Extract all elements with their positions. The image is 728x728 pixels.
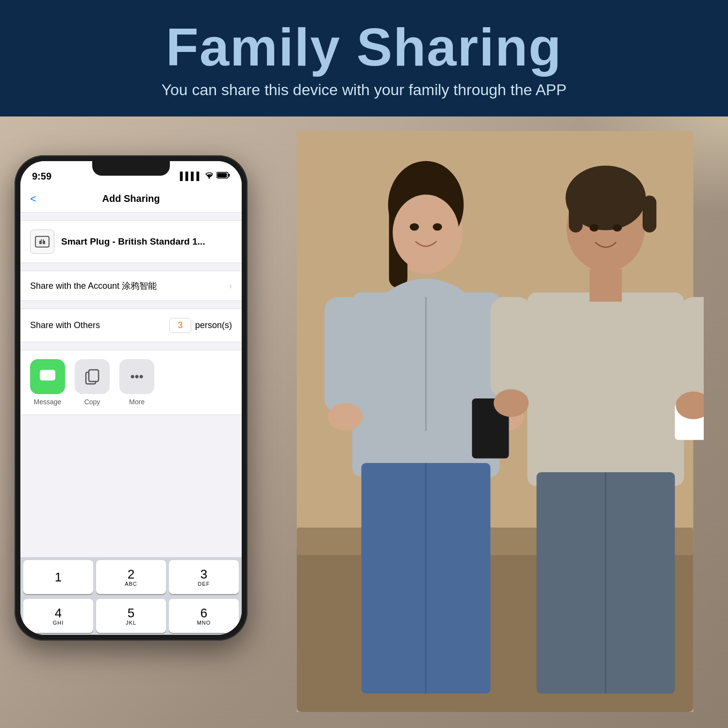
key-5-number: 5 xyxy=(128,606,134,620)
key-3[interactable]: 3 DEF xyxy=(169,560,239,594)
share-buttons-row: Message Copy xyxy=(20,350,242,415)
svg-rect-36 xyxy=(217,173,227,178)
header-subtitle: You can share this device with your fami… xyxy=(162,81,567,99)
svg-rect-23 xyxy=(491,297,532,398)
more-share-button[interactable]: More xyxy=(119,359,154,406)
svg-rect-41 xyxy=(41,239,42,241)
svg-rect-17 xyxy=(528,293,684,486)
phone-outer: 9:59 ▌▌▌▌ < xyxy=(15,155,248,641)
key-6-letters: MNO xyxy=(197,620,211,626)
message-icon xyxy=(30,359,65,394)
svg-rect-21 xyxy=(643,196,657,232)
key-1[interactable]: 1 xyxy=(23,560,93,594)
spacer xyxy=(20,415,242,434)
key-3-letters: DEF xyxy=(198,581,210,587)
copy-button-label: Copy xyxy=(84,398,100,406)
key-2[interactable]: 2 ABC xyxy=(96,560,166,594)
svg-point-26 xyxy=(494,389,529,417)
nav-bar: < Add Sharing xyxy=(20,185,242,213)
phone-notch xyxy=(92,161,170,176)
chevron-right-icon: › xyxy=(229,281,232,291)
svg-point-12 xyxy=(328,403,363,431)
key-3-number: 3 xyxy=(200,567,207,581)
svg-rect-42 xyxy=(43,239,44,241)
svg-point-46 xyxy=(131,375,134,379)
svg-point-31 xyxy=(433,223,442,231)
signal-icon: ▌▌▌▌ xyxy=(180,172,202,181)
persons-label: person(s) xyxy=(195,320,232,331)
svg-point-30 xyxy=(410,223,419,231)
svg-rect-39 xyxy=(39,241,42,244)
key-2-letters: ABC xyxy=(125,581,137,587)
key-2-number: 2 xyxy=(128,567,134,581)
device-row: Smart Plug - British Standard 1... xyxy=(20,220,242,263)
share-account-row[interactable]: Share with the Account 涂鸦智能 › xyxy=(20,271,242,301)
svg-rect-24 xyxy=(679,297,704,398)
wifi-icon xyxy=(205,172,214,181)
header-banner: Family Sharing You can share this device… xyxy=(0,0,728,116)
svg-rect-40 xyxy=(43,241,45,244)
share-account-label: Share with the Account 涂鸦智能 xyxy=(30,280,157,292)
svg-point-33 xyxy=(612,224,622,232)
svg-point-34 xyxy=(209,178,210,179)
copy-icon xyxy=(75,359,110,394)
svg-point-32 xyxy=(590,224,599,232)
message-share-button[interactable]: Message xyxy=(30,359,65,406)
key-4[interactable]: 4 GHI xyxy=(23,599,93,633)
more-button-label: More xyxy=(129,398,145,406)
status-icons: ▌▌▌▌ xyxy=(180,172,230,181)
share-others-right: 3 person(s) xyxy=(169,318,232,333)
page-wrapper: Family Sharing You can share this device… xyxy=(0,0,728,728)
page-title: Family Sharing xyxy=(166,17,563,76)
phone-mockup: 9:59 ▌▌▌▌ < xyxy=(15,155,248,689)
back-button[interactable]: < xyxy=(30,193,36,205)
share-others-row: Share with Others 3 person(s) xyxy=(20,309,242,342)
keyboard-row-1: 1 2 ABC 3 DEF xyxy=(20,557,242,596)
key-4-number: 4 xyxy=(55,606,62,620)
svg-point-6 xyxy=(393,195,459,270)
keyboard[interactable]: 1 2 ABC 3 DEF xyxy=(20,557,242,635)
keyboard-row-2: 4 GHI 5 JKL 6 MNO xyxy=(20,596,242,635)
key-1-number: 1 xyxy=(55,570,62,584)
key-6-number: 6 xyxy=(200,606,207,620)
svg-rect-45 xyxy=(89,370,99,381)
battery-icon xyxy=(216,172,230,181)
key-5[interactable]: 5 JKL xyxy=(96,599,166,633)
main-content: 9:59 ▌▌▌▌ < xyxy=(0,116,728,728)
device-name: Smart Plug - British Standard 1... xyxy=(61,236,205,247)
key-5-letters: JKL xyxy=(126,620,136,626)
more-icon xyxy=(119,359,154,394)
svg-rect-22 xyxy=(590,269,622,302)
svg-rect-38 xyxy=(35,236,49,247)
persons-input[interactable]: 3 xyxy=(169,318,191,333)
people-illustration xyxy=(286,131,704,712)
key-6[interactable]: 6 MNO xyxy=(169,599,239,633)
status-time: 9:59 xyxy=(32,171,51,182)
svg-rect-37 xyxy=(229,174,230,177)
copy-share-button[interactable]: Copy xyxy=(75,359,110,406)
svg-point-48 xyxy=(140,375,143,379)
key-4-letters: GHI xyxy=(53,620,64,626)
phone-screen: 9:59 ▌▌▌▌ < xyxy=(20,161,242,635)
svg-rect-10 xyxy=(325,297,366,413)
svg-rect-43 xyxy=(40,370,55,381)
svg-rect-20 xyxy=(569,196,583,232)
device-icon xyxy=(30,230,54,254)
message-button-label: Message xyxy=(34,398,62,406)
share-others-label: Share with Others xyxy=(30,320,100,331)
svg-point-47 xyxy=(135,375,139,379)
nav-title: Add Sharing xyxy=(102,193,160,204)
